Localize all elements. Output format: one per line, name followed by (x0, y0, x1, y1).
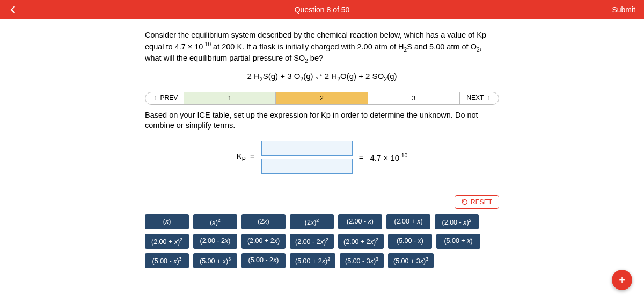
answer-tile[interactable]: (2x)2 (290, 214, 334, 229)
answer-tiles-area: RESET (x)(x)2(2x)(2x)2(2.00 - x)(2.00 + … (145, 195, 499, 268)
kp-label: KP = (237, 152, 255, 162)
answer-tile[interactable]: (x)2 (193, 214, 237, 229)
answer-tile[interactable]: (2.00 - 2x) (193, 234, 237, 249)
step-2[interactable]: 2 (276, 92, 368, 104)
answer-tile[interactable]: (2.00 + 2x)2 (338, 234, 384, 249)
numerator-dropzone[interactable] (261, 141, 353, 156)
step-instruction: Based on your ICE table, set up the expr… (145, 110, 499, 131)
fraction-bar (261, 157, 353, 157)
answer-tile[interactable]: (2x) (241, 214, 286, 229)
answer-tile[interactable]: (5.00 + x) (436, 234, 480, 249)
answer-tile[interactable]: (2.00 - 2x)2 (290, 234, 334, 249)
question-counter: Question 8 of 50 (295, 5, 350, 14)
answer-tile[interactable]: (2.00 + x) (386, 214, 430, 229)
chevron-left-icon (9, 5, 18, 15)
submit-button[interactable]: Submit (612, 5, 635, 14)
answer-tile[interactable]: (5.00 + x)3 (193, 253, 237, 268)
answer-tile[interactable]: (5.00 - 2x) (241, 253, 286, 268)
answer-tile[interactable]: (2.00 - x) (338, 214, 382, 229)
next-step-button[interactable]: NEXT 〉 (460, 92, 499, 104)
answer-tile[interactable]: (5.00 - 3x)3 (340, 253, 384, 268)
reset-label: RESET (471, 198, 492, 206)
chemical-equation: 2 H2S(g) + 3 O2(g) ⇌ 2 H2O(g) + 2 SO2(g) (145, 71, 499, 82)
next-label: NEXT (466, 94, 484, 102)
tiles-container: (x)(x)2(2x)(2x)2(2.00 - x)(2.00 + x)(2.0… (145, 214, 499, 268)
prev-step-button[interactable]: 〈 PREV (145, 92, 184, 104)
step-navigator: 〈 PREV 1 2 3 NEXT 〉 (145, 92, 499, 105)
answer-tile[interactable]: (5.00 - x) (388, 234, 432, 249)
step-3[interactable]: 3 (368, 92, 460, 104)
equals-sign: = (359, 153, 364, 162)
denominator-dropzone[interactable] (261, 159, 353, 174)
chevron-left-icon: 〈 (151, 95, 157, 101)
answer-tile[interactable]: (5.00 + 3x)3 (388, 253, 434, 268)
prev-label: PREV (160, 94, 178, 102)
back-button[interactable] (9, 5, 18, 15)
reset-button[interactable]: RESET (455, 195, 499, 209)
kp-fraction (261, 141, 353, 174)
step-1[interactable]: 1 (184, 92, 276, 104)
content-area: Consider the equilibrium system describe… (0, 19, 644, 268)
add-fab[interactable]: + (612, 270, 632, 290)
answer-tile[interactable]: (2.00 + x)2 (145, 234, 189, 249)
kp-expression-row: KP = = 4.7 × 10-10 (145, 141, 499, 174)
kp-value: 4.7 × 10-10 (370, 152, 408, 162)
answer-tile[interactable]: (2.00 - x)2 (435, 214, 479, 229)
answer-tile[interactable]: (5.00 - x)3 (145, 253, 189, 268)
top-bar: Question 8 of 50 Submit (0, 0, 644, 19)
chevron-right-icon: 〉 (487, 95, 493, 101)
answer-tile[interactable]: (5.00 + 2x)2 (290, 253, 335, 268)
answer-tile[interactable]: (x) (145, 214, 189, 229)
answer-tile[interactable]: (2.00 + 2x) (241, 234, 286, 249)
undo-icon (462, 199, 468, 205)
question-text: Consider the equilibrium system describe… (145, 30, 499, 65)
